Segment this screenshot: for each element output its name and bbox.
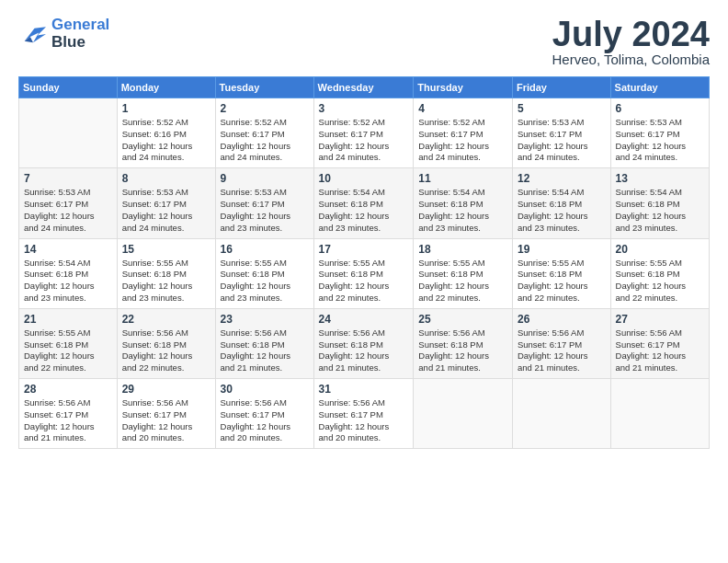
calendar-cell: 31Sunrise: 5:56 AM Sunset: 6:17 PM Dayli… (313, 379, 414, 449)
day-info: Sunrise: 5:56 AM Sunset: 6:17 PM Dayligh… (616, 327, 704, 374)
day-number: 27 (616, 313, 704, 326)
calendar-cell: 10Sunrise: 5:54 AM Sunset: 6:18 PM Dayli… (313, 168, 414, 238)
title-block: July 2024 Herveo, Tolima, Colombia (552, 17, 710, 67)
day-info: Sunrise: 5:52 AM Sunset: 6:17 PM Dayligh… (221, 117, 309, 164)
day-number: 23 (221, 313, 309, 326)
weekday-header: Saturday (610, 77, 709, 98)
day-info: Sunrise: 5:54 AM Sunset: 6:18 PM Dayligh… (616, 187, 704, 234)
calendar-cell: 4Sunrise: 5:52 AM Sunset: 6:17 PM Daylig… (414, 98, 513, 168)
calendar-cell: 12Sunrise: 5:54 AM Sunset: 6:18 PM Dayli… (512, 168, 610, 238)
day-info: Sunrise: 5:56 AM Sunset: 6:17 PM Dayligh… (24, 397, 112, 444)
day-number: 5 (518, 102, 606, 115)
calendar-cell: 25Sunrise: 5:56 AM Sunset: 6:18 PM Dayli… (414, 308, 513, 378)
location: Herveo, Tolima, Colombia (552, 52, 710, 67)
logo: General Blue (18, 17, 109, 51)
day-info: Sunrise: 5:53 AM Sunset: 6:17 PM Dayligh… (518, 117, 606, 164)
day-number: 14 (24, 243, 112, 256)
calendar-week-row: 21Sunrise: 5:55 AM Sunset: 6:18 PM Dayli… (19, 308, 710, 378)
calendar-cell: 6Sunrise: 5:53 AM Sunset: 6:17 PM Daylig… (610, 98, 709, 168)
calendar-cell (610, 379, 709, 449)
calendar-cell: 1Sunrise: 5:52 AM Sunset: 6:16 PM Daylig… (117, 98, 215, 168)
calendar-cell: 7Sunrise: 5:53 AM Sunset: 6:17 PM Daylig… (19, 168, 118, 238)
calendar-cell (414, 379, 513, 449)
calendar-cell: 15Sunrise: 5:55 AM Sunset: 6:18 PM Dayli… (117, 238, 215, 308)
calendar-cell: 19Sunrise: 5:55 AM Sunset: 6:18 PM Dayli… (512, 238, 610, 308)
calendar-cell: 18Sunrise: 5:55 AM Sunset: 6:18 PM Dayli… (414, 238, 513, 308)
calendar-cell: 9Sunrise: 5:53 AM Sunset: 6:17 PM Daylig… (215, 168, 313, 238)
day-number: 19 (518, 243, 606, 256)
day-info: Sunrise: 5:55 AM Sunset: 6:18 PM Dayligh… (418, 258, 507, 304)
calendar-cell: 30Sunrise: 5:56 AM Sunset: 6:17 PM Dayli… (215, 379, 313, 449)
calendar-week-row: 7Sunrise: 5:53 AM Sunset: 6:17 PM Daylig… (19, 168, 710, 238)
weekday-header: Wednesday (313, 77, 414, 98)
weekday-header: Thursday (414, 77, 513, 98)
day-number: 3 (319, 102, 409, 115)
day-number: 11 (418, 172, 507, 185)
day-info: Sunrise: 5:53 AM Sunset: 6:17 PM Dayligh… (616, 117, 704, 164)
calendar-cell: 26Sunrise: 5:56 AM Sunset: 6:17 PM Dayli… (512, 308, 610, 378)
day-number: 9 (221, 172, 309, 185)
day-number: 31 (319, 383, 409, 396)
day-info: Sunrise: 5:53 AM Sunset: 6:17 PM Dayligh… (24, 187, 112, 234)
calendar-cell: 8Sunrise: 5:53 AM Sunset: 6:17 PM Daylig… (117, 168, 215, 238)
calendar-cell: 17Sunrise: 5:55 AM Sunset: 6:18 PM Dayli… (313, 238, 414, 308)
day-info: Sunrise: 5:55 AM Sunset: 6:18 PM Dayligh… (221, 258, 309, 304)
day-info: Sunrise: 5:52 AM Sunset: 6:16 PM Dayligh… (122, 117, 210, 164)
day-info: Sunrise: 5:56 AM Sunset: 6:18 PM Dayligh… (122, 327, 210, 374)
day-info: Sunrise: 5:56 AM Sunset: 6:17 PM Dayligh… (122, 397, 210, 444)
calendar-cell: 28Sunrise: 5:56 AM Sunset: 6:17 PM Dayli… (19, 379, 118, 449)
day-number: 2 (221, 102, 309, 115)
day-info: Sunrise: 5:52 AM Sunset: 6:17 PM Dayligh… (319, 117, 409, 164)
month-title: July 2024 (552, 17, 710, 52)
page-container: General Blue July 2024 Herveo, Tolima, C… (0, 0, 728, 458)
day-number: 6 (616, 102, 704, 115)
day-number: 30 (221, 383, 309, 396)
day-number: 10 (319, 172, 409, 185)
day-number: 17 (319, 243, 409, 256)
day-number: 24 (319, 313, 409, 326)
day-number: 12 (518, 172, 606, 185)
calendar-cell: 3Sunrise: 5:52 AM Sunset: 6:17 PM Daylig… (313, 98, 414, 168)
day-info: Sunrise: 5:54 AM Sunset: 6:18 PM Dayligh… (418, 187, 507, 234)
calendar-cell: 16Sunrise: 5:55 AM Sunset: 6:18 PM Dayli… (215, 238, 313, 308)
day-number: 8 (122, 172, 210, 185)
calendar-cell (512, 379, 610, 449)
day-info: Sunrise: 5:53 AM Sunset: 6:17 PM Dayligh… (221, 187, 309, 234)
weekday-header: Tuesday (215, 77, 313, 98)
calendar-cell: 11Sunrise: 5:54 AM Sunset: 6:18 PM Dayli… (414, 168, 513, 238)
day-info: Sunrise: 5:56 AM Sunset: 6:18 PM Dayligh… (221, 327, 309, 374)
weekday-header: Monday (117, 77, 215, 98)
day-number: 22 (122, 313, 210, 326)
day-number: 16 (221, 243, 309, 256)
weekday-header: Sunday (19, 77, 118, 98)
day-number: 28 (24, 383, 112, 396)
calendar-cell (19, 98, 118, 168)
day-number: 25 (418, 313, 507, 326)
day-info: Sunrise: 5:56 AM Sunset: 6:17 PM Dayligh… (319, 397, 409, 444)
day-info: Sunrise: 5:56 AM Sunset: 6:17 PM Dayligh… (221, 397, 309, 444)
header: General Blue July 2024 Herveo, Tolima, C… (18, 17, 710, 67)
calendar-cell: 21Sunrise: 5:55 AM Sunset: 6:18 PM Dayli… (19, 308, 118, 378)
logo-line2: Blue (51, 33, 85, 51)
day-info: Sunrise: 5:55 AM Sunset: 6:18 PM Dayligh… (518, 258, 606, 304)
logo-line1: General (51, 16, 109, 33)
calendar-cell: 2Sunrise: 5:52 AM Sunset: 6:17 PM Daylig… (215, 98, 313, 168)
weekday-header: Friday (512, 77, 610, 98)
calendar-cell: 24Sunrise: 5:56 AM Sunset: 6:18 PM Dayli… (313, 308, 414, 378)
calendar-cell: 5Sunrise: 5:53 AM Sunset: 6:17 PM Daylig… (512, 98, 610, 168)
day-number: 29 (122, 383, 210, 396)
day-info: Sunrise: 5:56 AM Sunset: 6:17 PM Dayligh… (518, 327, 606, 374)
day-number: 20 (616, 243, 704, 256)
calendar-cell: 29Sunrise: 5:56 AM Sunset: 6:17 PM Dayli… (117, 379, 215, 449)
logo-icon (18, 21, 48, 47)
day-info: Sunrise: 5:54 AM Sunset: 6:18 PM Dayligh… (319, 187, 409, 234)
calendar-week-row: 1Sunrise: 5:52 AM Sunset: 6:16 PM Daylig… (19, 98, 710, 168)
day-number: 18 (418, 243, 507, 256)
day-number: 26 (518, 313, 606, 326)
calendar-cell: 22Sunrise: 5:56 AM Sunset: 6:18 PM Dayli… (117, 308, 215, 378)
calendar-cell: 23Sunrise: 5:56 AM Sunset: 6:18 PM Dayli… (215, 308, 313, 378)
day-info: Sunrise: 5:54 AM Sunset: 6:18 PM Dayligh… (518, 187, 606, 234)
day-number: 21 (24, 313, 112, 326)
day-info: Sunrise: 5:53 AM Sunset: 6:17 PM Dayligh… (122, 187, 210, 234)
calendar-week-row: 28Sunrise: 5:56 AM Sunset: 6:17 PM Dayli… (19, 379, 710, 449)
